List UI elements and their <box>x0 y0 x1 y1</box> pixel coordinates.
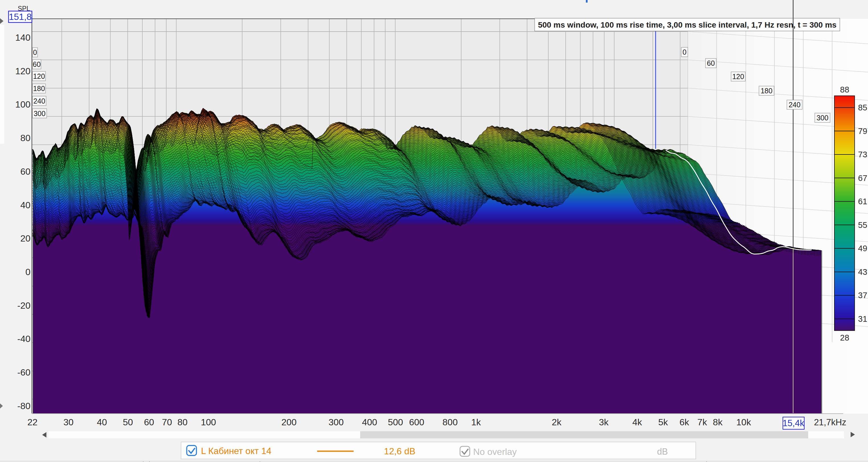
svg-text:200: 200 <box>281 417 297 427</box>
svg-text:10k: 10k <box>736 417 751 427</box>
svg-text:20: 20 <box>20 233 30 243</box>
svg-text:60: 60 <box>33 60 41 68</box>
svg-text:50: 50 <box>123 417 133 427</box>
svg-text:600: 600 <box>409 417 424 427</box>
svg-text:12,6 dB: 12,6 dB <box>384 446 415 456</box>
svg-text:8k: 8k <box>713 417 723 427</box>
svg-text:30: 30 <box>63 417 74 427</box>
svg-text:151,8: 151,8 <box>9 12 32 22</box>
svg-text:120: 120 <box>732 72 744 80</box>
svg-text:800: 800 <box>442 417 458 427</box>
svg-text:40: 40 <box>97 417 107 427</box>
svg-text:100: 100 <box>16 99 30 109</box>
svg-text:240: 240 <box>33 97 45 105</box>
svg-text:-60: -60 <box>18 367 30 377</box>
svg-text:21,7kHz: 21,7kHz <box>814 417 846 427</box>
svg-text:88: 88 <box>840 85 849 94</box>
svg-text:0: 0 <box>683 48 687 56</box>
svg-text:5k: 5k <box>658 417 668 427</box>
svg-text:-20: -20 <box>18 300 30 311</box>
svg-text:No overlay: No overlay <box>473 447 517 457</box>
svg-text:4k: 4k <box>632 417 642 427</box>
svg-text:60: 60 <box>707 59 715 67</box>
svg-text:500 ms window, 100 ms rise tim: 500 ms window, 100 ms rise time, 3,00 ms… <box>538 21 837 29</box>
svg-text:300: 300 <box>329 417 344 427</box>
svg-text:300: 300 <box>34 109 45 118</box>
svg-text:22: 22 <box>27 417 38 427</box>
svg-text:180: 180 <box>33 85 45 93</box>
svg-text:120: 120 <box>33 72 45 80</box>
svg-text:180: 180 <box>761 87 773 95</box>
svg-text:240: 240 <box>788 101 801 109</box>
svg-text:500: 500 <box>388 417 403 427</box>
svg-text:1k: 1k <box>471 417 481 427</box>
svg-text:70: 70 <box>162 417 172 427</box>
svg-text:80: 80 <box>20 133 30 143</box>
svg-text:0: 0 <box>25 267 30 277</box>
svg-text:60: 60 <box>20 166 30 177</box>
svg-text:49: 49 <box>858 244 867 253</box>
svg-text:400: 400 <box>362 417 377 427</box>
svg-text:61: 61 <box>858 197 867 206</box>
svg-text:40: 40 <box>20 200 30 210</box>
svg-text:3k: 3k <box>599 417 609 427</box>
svg-text:100: 100 <box>201 417 216 427</box>
svg-text:60: 60 <box>144 417 154 427</box>
svg-text:0: 0 <box>33 48 37 56</box>
svg-text:300: 300 <box>816 114 829 122</box>
svg-text:80: 80 <box>177 417 188 427</box>
svg-text:73: 73 <box>858 150 867 159</box>
svg-text:85: 85 <box>858 103 867 112</box>
svg-text:7k: 7k <box>698 417 707 427</box>
svg-text:6k: 6k <box>680 417 689 427</box>
svg-text:31: 31 <box>858 315 867 324</box>
svg-text:2k: 2k <box>552 417 562 427</box>
svg-text:120: 120 <box>16 66 30 76</box>
svg-text:43: 43 <box>858 267 867 276</box>
svg-text:dB: dB <box>657 447 668 457</box>
svg-text:28: 28 <box>840 333 849 342</box>
svg-text:-80: -80 <box>18 401 30 411</box>
svg-text:140: 140 <box>16 32 30 43</box>
svg-text:15,4k: 15,4k <box>783 418 804 428</box>
svg-text:L Кабинет окт 14: L Кабинет окт 14 <box>201 446 271 456</box>
svg-text:55: 55 <box>858 221 867 230</box>
svg-text:79: 79 <box>858 127 867 136</box>
svg-text:37: 37 <box>858 291 867 300</box>
svg-text:67: 67 <box>858 173 867 183</box>
svg-text:-40: -40 <box>18 334 30 344</box>
